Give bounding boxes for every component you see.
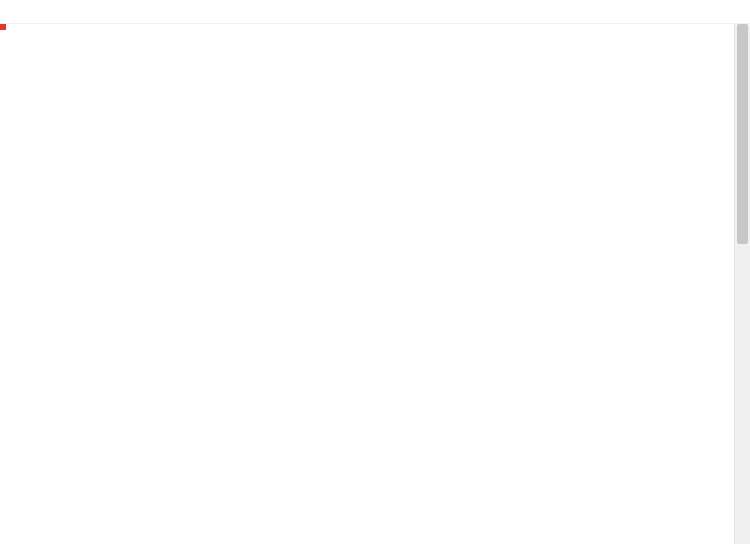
scrollbar-track[interactable] <box>734 24 750 544</box>
column-header-type[interactable] <box>410 8 530 16</box>
annotation-highlight-box <box>0 24 6 30</box>
column-header-date[interactable] <box>270 8 410 16</box>
scrollbar-thumb[interactable] <box>737 24 748 244</box>
column-header-row <box>0 0 750 24</box>
column-header-size[interactable] <box>530 8 610 16</box>
column-header-name[interactable] <box>0 8 270 16</box>
